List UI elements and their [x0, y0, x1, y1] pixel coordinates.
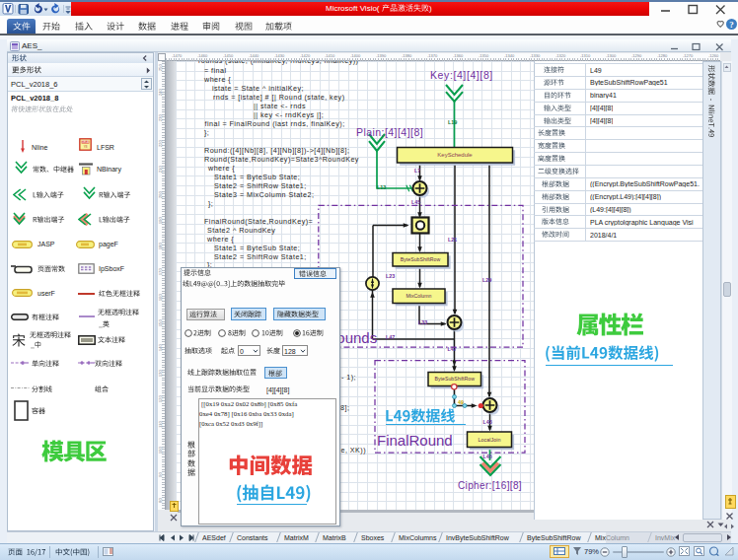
- svg-text:ByteSubShiftRow: ByteSubShiftRow: [401, 256, 441, 262]
- svg-text:KeySchedule: KeySchedule: [437, 152, 473, 158]
- svg-text:ByteSubShiftRow: ByteSubShiftRow: [435, 376, 476, 382]
- svg-text:LocalJoin: LocalJoin: [479, 437, 501, 443]
- svg-text:MixColumn: MixColumn: [406, 293, 432, 299]
